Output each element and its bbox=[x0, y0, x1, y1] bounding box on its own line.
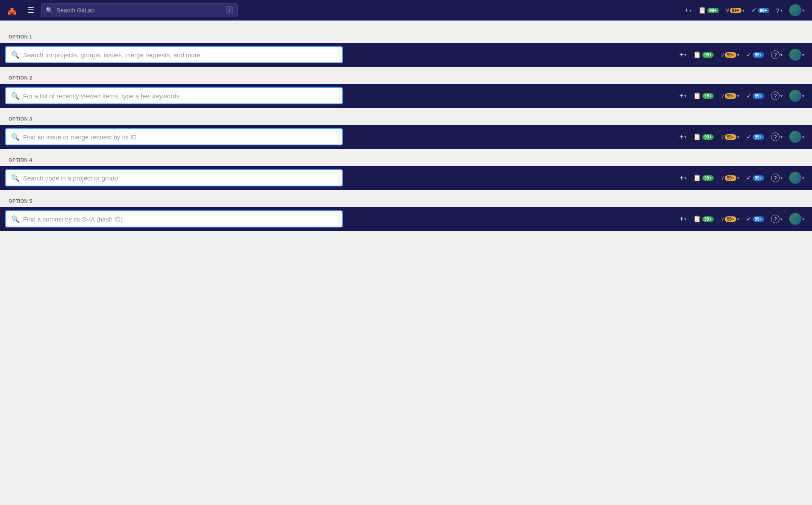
mr-badge: 99+ bbox=[725, 93, 736, 99]
option-avatar bbox=[789, 131, 801, 143]
todo-icon: 📋 bbox=[698, 6, 706, 14]
option-mr-button[interactable]: ⑂ 99+ ▾ bbox=[718, 91, 742, 101]
option-todo-button[interactable]: 📋 99+ bbox=[691, 49, 716, 60]
option-label-4: OPTION 4 bbox=[0, 152, 812, 166]
option-navbar-5: 🔍 + ▾ 📋 99+ ⑂ 99+ ▾ ✓ 99+ bbox=[0, 207, 812, 231]
option-help-button[interactable]: ? ▾ bbox=[768, 172, 785, 184]
chevron-icon: ▾ bbox=[684, 135, 686, 139]
options-container: OPTION 1 🔍 + ▾ 📋 99+ ⑂ 99+ ▾ bbox=[0, 29, 812, 231]
option-issues-button[interactable]: ✓ 99+ bbox=[744, 172, 767, 183]
search-icon: 🔍 bbox=[46, 7, 53, 14]
create-new-button[interactable]: + ▾ bbox=[682, 5, 694, 16]
option-help-button[interactable]: ? ▾ bbox=[768, 131, 785, 143]
gitlab-logo[interactable] bbox=[5, 3, 19, 17]
option-search-input-4[interactable] bbox=[23, 174, 337, 182]
issues-button[interactable]: ✓ 99+ bbox=[749, 5, 772, 16]
option-help-button[interactable]: ? ▾ bbox=[768, 213, 785, 225]
option-navbar-2: 🔍 + ▾ 📋 99+ ⑂ 99+ ▾ ✓ 99+ bbox=[0, 84, 812, 108]
help-button[interactable]: ? ▾ bbox=[774, 5, 785, 16]
avatar-chevron: ▾ bbox=[802, 8, 804, 13]
chevron-icon: ▾ bbox=[684, 94, 686, 98]
navbar-actions: + ▾ 📋 99+ ⑂ 99+ ▾ ✓ 99+ ? ▾ ▾ bbox=[682, 3, 807, 18]
mr-icon: ⑂ bbox=[721, 216, 724, 222]
option-search-input-1[interactable] bbox=[23, 51, 337, 59]
mr-chevron: ▾ bbox=[737, 217, 739, 221]
option-todo-button[interactable]: 📋 99+ bbox=[691, 213, 716, 224]
option-mr-button[interactable]: ⑂ 99+ ▾ bbox=[718, 173, 742, 183]
plus-icon: + bbox=[680, 92, 683, 100]
option-mr-button[interactable]: ⑂ 99+ ▾ bbox=[718, 132, 742, 142]
option-search-box-1: 🔍 bbox=[5, 46, 343, 63]
chevron-icon: ▾ bbox=[684, 217, 686, 221]
option-avatar bbox=[789, 172, 801, 184]
mr-badge: 99+ bbox=[725, 175, 736, 181]
option-user-menu[interactable]: ▾ bbox=[787, 170, 807, 186]
option-create-button[interactable]: + ▾ bbox=[677, 213, 689, 224]
option-issues-button[interactable]: ✓ 99+ bbox=[744, 131, 767, 142]
option-avatar bbox=[789, 90, 801, 102]
user-menu-button[interactable]: ▾ bbox=[787, 3, 807, 18]
option-navbar-actions: + ▾ 📋 99+ ⑂ 99+ ▾ ✓ 99+ ? ▾ ▾ bbox=[677, 47, 807, 62]
help-chevron: ▾ bbox=[780, 176, 783, 180]
option-search-wrapper-5: 🔍 bbox=[5, 210, 343, 227]
top-search-input[interactable] bbox=[56, 7, 223, 14]
option-user-menu[interactable]: ▾ bbox=[787, 129, 807, 145]
option-label-3: OPTION 3 bbox=[0, 111, 812, 125]
option-avatar bbox=[789, 213, 801, 225]
option-create-button[interactable]: + ▾ bbox=[677, 90, 689, 101]
search-icon-5: 🔍 bbox=[11, 215, 20, 223]
help-chevron: ▾ bbox=[780, 135, 783, 139]
avatar bbox=[789, 4, 801, 16]
issues-badge: 99+ bbox=[753, 93, 764, 99]
mr-icon: ⑂ bbox=[721, 133, 724, 140]
option-label-5: OPTION 5 bbox=[0, 193, 812, 207]
search-icon-1: 🔍 bbox=[11, 51, 20, 59]
option-section-3: OPTION 3 🔍 + ▾ 📋 99+ ⑂ 99+ ▾ bbox=[0, 111, 812, 149]
search-icon-4: 🔍 bbox=[11, 174, 20, 182]
option-todo-button[interactable]: 📋 99+ bbox=[691, 131, 716, 142]
option-mr-button[interactable]: ⑂ 99+ ▾ bbox=[718, 50, 742, 60]
option-todo-button[interactable]: 📋 99+ bbox=[691, 90, 716, 101]
mr-icon: ⑂ bbox=[721, 174, 724, 181]
todo-icon: 📋 bbox=[693, 133, 701, 141]
mr-chevron: ▾ bbox=[737, 176, 739, 180]
hamburger-menu[interactable]: ☰ bbox=[24, 4, 38, 17]
option-search-wrapper-3: 🔍 bbox=[5, 128, 343, 145]
issues-badge: 99+ bbox=[753, 134, 764, 140]
option-issues-button[interactable]: ✓ 99+ bbox=[744, 49, 767, 60]
option-navbar-actions: + ▾ 📋 99+ ⑂ 99+ ▾ ✓ 99+ ? ▾ ▾ bbox=[677, 129, 807, 145]
todo-badge: 99+ bbox=[702, 93, 714, 99]
option-issues-button[interactable]: ✓ 99+ bbox=[744, 90, 767, 101]
option-create-button[interactable]: + ▾ bbox=[677, 172, 689, 183]
option-user-menu[interactable]: ▾ bbox=[787, 88, 807, 103]
option-section-5: OPTION 5 🔍 + ▾ 📋 99+ ⑂ 99+ ▾ bbox=[0, 193, 812, 231]
check-icon: ✓ bbox=[746, 92, 752, 100]
mr-icon: ⑂ bbox=[721, 51, 724, 58]
option-create-button[interactable]: + ▾ bbox=[677, 49, 689, 60]
question-icon: ? bbox=[771, 50, 780, 59]
option-navbar-actions: + ▾ 📋 99+ ⑂ 99+ ▾ ✓ 99+ ? ▾ ▾ bbox=[677, 170, 807, 186]
avatar-chevron: ▾ bbox=[802, 135, 804, 139]
todo-button[interactable]: 📋 99+ bbox=[696, 5, 721, 16]
chevron-icon: ▾ bbox=[684, 53, 686, 57]
top-search-box[interactable]: 🔍 / bbox=[41, 3, 238, 17]
issues-icon: ✓ bbox=[751, 6, 757, 14]
option-section-2: OPTION 2 🔍 + ▾ 📋 99+ ⑂ 99+ ▾ bbox=[0, 70, 812, 108]
option-user-menu[interactable]: ▾ bbox=[787, 47, 807, 62]
todo-icon: 📋 bbox=[693, 174, 701, 182]
option-search-input-2[interactable] bbox=[23, 92, 337, 100]
mr-badge: 99+ bbox=[725, 216, 736, 222]
option-section-1: OPTION 1 🔍 + ▾ 📋 99+ ⑂ 99+ ▾ bbox=[0, 29, 812, 67]
option-help-button[interactable]: ? ▾ bbox=[768, 49, 785, 61]
merge-requests-button[interactable]: ⑂ 99+ ▾ bbox=[723, 5, 747, 15]
option-todo-button[interactable]: 📋 99+ bbox=[691, 172, 716, 183]
option-user-menu[interactable]: ▾ bbox=[787, 211, 807, 227]
option-issues-button[interactable]: ✓ 99+ bbox=[744, 213, 767, 224]
option-search-input-3[interactable] bbox=[23, 133, 337, 141]
help-chevron: ▾ bbox=[780, 217, 783, 221]
option-search-input-5[interactable] bbox=[23, 216, 337, 223]
option-mr-button[interactable]: ⑂ 99+ ▾ bbox=[718, 214, 742, 224]
option-create-button[interactable]: + ▾ bbox=[677, 131, 689, 142]
option-help-button[interactable]: ? ▾ bbox=[768, 90, 785, 102]
todo-badge: 99+ bbox=[702, 52, 714, 58]
